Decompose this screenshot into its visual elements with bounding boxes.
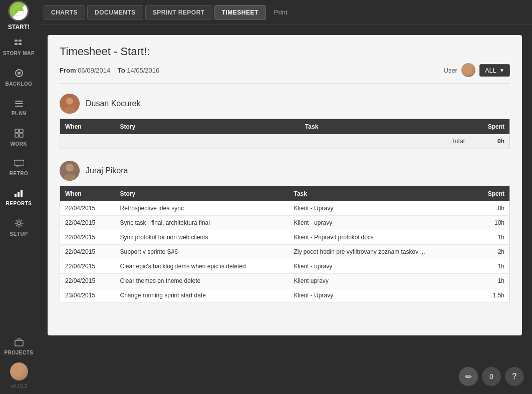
cell-when: 22/04/2015: [60, 201, 115, 216]
col-task-dusan: Task: [300, 119, 470, 135]
user-filter-label: User: [444, 67, 457, 74]
cell-story: Sync protokol for non web clients: [115, 230, 289, 245]
plan-icon: [15, 100, 24, 109]
cell-story: Sync task - final, architektura final: [115, 216, 289, 230]
svg-rect-9: [15, 106, 23, 107]
cell-spent: 1h: [470, 259, 510, 274]
cell-task: Klient - Pripravit protokol docs: [289, 230, 469, 245]
avatar-juraj: [60, 161, 80, 181]
sidebar-bottom: PROJECTS v4.15.2: [0, 334, 38, 394]
cell-spent: 1h: [470, 230, 510, 245]
table-row: 22/04/2015 Retrospective idea sync Klien…: [60, 201, 510, 216]
cell-task: Klient - Upravy: [289, 288, 469, 303]
sidebar-item-reports[interactable]: REPORTS: [0, 183, 38, 213]
cell-task: Zly pocet hodin pre vyfiltrovany zoznam …: [289, 245, 469, 259]
user-section-dusan: Dusan Kocurek When Story Task Spent Tota: [60, 94, 510, 149]
cell-spent: 1.5h: [470, 288, 510, 303]
table-row: 22/04/2015 Support v sprinte S#6 Zly poc…: [60, 245, 510, 259]
cell-when: 23/04/2015: [60, 288, 115, 303]
table-row: 23/04/2015 Change running sprint start d…: [60, 288, 510, 303]
col-story-dusan: Story: [115, 119, 300, 135]
user-filter: User ALL ▼: [444, 63, 510, 77]
print-button[interactable]: Print: [274, 9, 288, 16]
sidebar-item-setup[interactable]: SETUP: [0, 213, 38, 243]
sidebar-item-story-map[interactable]: STORY MAP: [0, 33, 38, 63]
sidebar-item-reports-label: REPORTS: [6, 201, 32, 206]
cell-story: Change running sprint start date: [115, 288, 289, 303]
svg-rect-3: [15, 43, 18, 45]
table-juraj: When Story Task Spent 22/04/2015 Retrosp…: [60, 186, 510, 303]
user-section-juraj: Juraj Pikora When Story Task Spent 22: [60, 161, 510, 303]
sidebar: START! STORY MAP BACKLOG PLAN WORK RETRO: [0, 0, 38, 394]
col-spent-juraj: Spent: [470, 186, 510, 202]
user-dropdown-value: ALL: [485, 67, 496, 74]
svg-rect-10: [15, 129, 19, 133]
filter-avatar: [461, 63, 475, 77]
table-row: 22/04/2015 Clear epic's backlog items wh…: [60, 259, 510, 274]
notifications-button[interactable]: 0: [482, 367, 501, 386]
user-header-dusan: Dusan Kocurek: [60, 94, 510, 114]
svg-rect-16: [21, 190, 23, 197]
col-story-juraj: Story: [115, 186, 289, 202]
story-map-icon: [14, 39, 24, 49]
cell-spent: 2h: [470, 245, 510, 259]
cell-when: 22/04/2015: [60, 245, 115, 259]
edit-icon: ✏: [465, 372, 472, 381]
user-name-dusan: Dusan Kocurek: [86, 99, 140, 108]
help-button[interactable]: ?: [505, 367, 524, 386]
svg-rect-7: [15, 101, 23, 102]
cell-when: 22/04/2015: [60, 230, 115, 245]
main-area: CHARTS DOCUMENTS SPRINT REPORT TIMESHEET…: [38, 0, 532, 394]
svg-rect-12: [15, 134, 19, 137]
table-row: 22/04/2015 Sync task - final, architektu…: [60, 216, 510, 230]
report-title: Timesheet - Start!:: [60, 45, 510, 58]
app-logo[interactable]: START!: [0, 0, 38, 33]
user-header-juraj: Juraj Pikora: [60, 161, 510, 181]
cell-task: Klient - upravy: [289, 216, 469, 230]
table-row: 22/04/2015 Sync protokol for non web cli…: [60, 230, 510, 245]
sidebar-item-work-label: WORK: [11, 141, 28, 147]
sidebar-item-plan[interactable]: PLAN: [0, 93, 38, 123]
cell-task: Klient upravy: [289, 274, 469, 288]
cell-spent: 8h: [470, 201, 510, 216]
sidebar-item-backlog[interactable]: BACKLOG: [0, 63, 38, 93]
backlog-icon: [15, 69, 24, 79]
retro-icon: [14, 159, 24, 169]
timesheet-button[interactable]: TIMESHEET: [214, 5, 266, 20]
work-icon: [15, 129, 24, 139]
dropdown-arrow-icon: ▼: [499, 68, 504, 73]
svg-rect-2: [19, 40, 22, 42]
sprint-report-button[interactable]: SPRINT REPORT: [145, 5, 212, 20]
col-when-juraj: When: [60, 186, 115, 202]
svg-point-17: [18, 222, 21, 225]
svg-point-20: [66, 98, 73, 105]
report-date-row: From 06/09/2014 To 14/05/2016 User ALL ▼: [60, 63, 510, 84]
cell-task: Klient - Upravy: [289, 201, 469, 216]
cell-story: Support v sprinte S#6: [115, 245, 289, 259]
user-dropdown[interactable]: ALL ▼: [479, 64, 510, 77]
edit-button[interactable]: ✏: [459, 367, 478, 386]
avatar-dusan: [60, 94, 80, 114]
user-avatar-sidebar[interactable]: [10, 362, 28, 380]
documents-button[interactable]: DOCUMENTS: [87, 5, 143, 20]
reports-icon: [14, 189, 24, 199]
sidebar-item-retro[interactable]: RETRO: [0, 153, 38, 183]
table-header-dusan: When Story Task Spent: [60, 119, 510, 135]
cell-when: 22/04/2015: [60, 259, 115, 274]
cell-story: Clear themes on theme delete: [115, 274, 289, 288]
app-version: v4.15.2: [11, 383, 27, 389]
sidebar-item-projects[interactable]: PROJECTS: [0, 334, 38, 359]
charts-button[interactable]: CHARTS: [44, 5, 85, 20]
projects-icon: [15, 338, 24, 348]
table-header-juraj: When Story Task Spent: [60, 186, 510, 202]
top-nav: CHARTS DOCUMENTS SPRINT REPORT TIMESHEET…: [38, 0, 532, 25]
from-label: From: [60, 67, 76, 74]
total-label-dusan: Total: [60, 134, 470, 149]
sidebar-item-plan-label: PLAN: [12, 111, 26, 116]
cell-story: Clear epic's backlog items when epic is …: [115, 259, 289, 274]
col-task-juraj: Task: [289, 186, 469, 202]
svg-rect-13: [20, 134, 23, 137]
svg-rect-18: [15, 340, 23, 346]
sidebar-item-work[interactable]: WORK: [0, 123, 38, 153]
report-card: Timesheet - Start!: From 06/09/2014 To 1…: [48, 35, 522, 335]
